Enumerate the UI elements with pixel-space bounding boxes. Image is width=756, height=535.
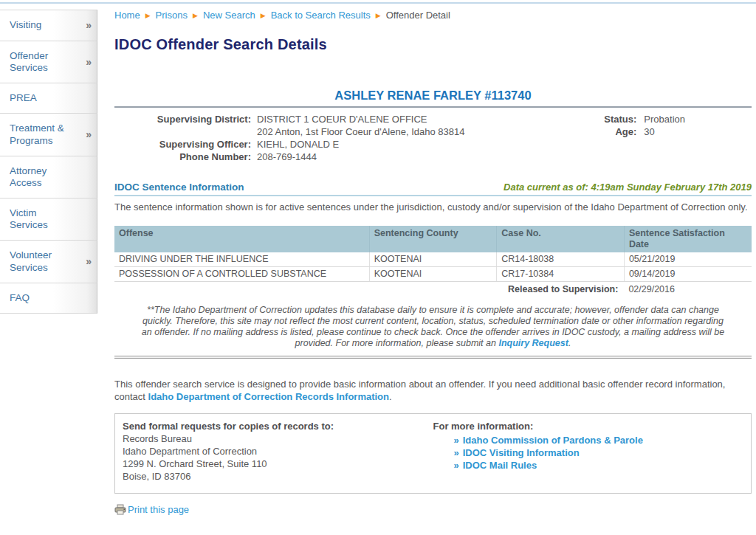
cell-offense: POSSESSION OF A CONTROLLED SUBSTANCE bbox=[114, 267, 369, 282]
detail-label: Supervising District: bbox=[114, 113, 251, 125]
column-header-case-no: Case No. bbox=[497, 226, 625, 252]
address-line: Records Bureau bbox=[123, 432, 433, 445]
formal-requests-box: Send formal requests for copies of recor… bbox=[114, 413, 752, 494]
printer-icon bbox=[114, 504, 126, 515]
print-this-page-link[interactable]: Print this page bbox=[128, 504, 189, 515]
inquiry-request-link[interactable]: Inquiry Request bbox=[498, 338, 568, 348]
cell-offense: DRIVING UNDER THE INFLUENCE bbox=[114, 252, 369, 267]
sidebar-item-offender-services[interactable]: Offender Services » bbox=[0, 41, 97, 83]
sidebar-item-volunteer-services[interactable]: Volunteer Services » bbox=[0, 240, 97, 282]
records-information-link[interactable]: Idaho Department of Correction Records I… bbox=[148, 391, 389, 402]
more-information-column: For more information: »Idaho Commission … bbox=[433, 420, 744, 483]
records-info-text: This offender search service is designed… bbox=[114, 378, 752, 403]
breadcrumb-link-home[interactable]: Home bbox=[114, 10, 140, 21]
sidebar-item-label: Victim Services bbox=[10, 207, 75, 231]
detail-label: Supervising Officer: bbox=[114, 138, 251, 151]
records-text-end: . bbox=[389, 391, 392, 402]
released-value: 02/29/2016 bbox=[624, 283, 752, 295]
age-row: Age: 30 bbox=[592, 125, 685, 138]
address-line: Boise, ID 83706 bbox=[123, 470, 433, 483]
breadcrumb-separator-icon: ▶ bbox=[371, 12, 386, 19]
breadcrumb-link-prisons[interactable]: Prisons bbox=[156, 10, 188, 21]
submenu-chevron-icon: » bbox=[83, 19, 92, 32]
link-bullet-icon: » bbox=[454, 447, 463, 458]
disclaimer-text-end: . bbox=[568, 338, 571, 348]
breadcrumb-link-new-search[interactable]: New Search bbox=[203, 10, 255, 21]
detail-row-supervising-officer: Supervising Officer: KIEHL, DONALD E bbox=[114, 138, 752, 151]
cell-date: 05/21/2019 bbox=[624, 252, 752, 267]
detail-label bbox=[114, 125, 251, 138]
released-label: Released to Supervision: bbox=[114, 283, 624, 295]
sidebar-nav: Visiting » Offender Services » PREA Trea… bbox=[0, 10, 97, 314]
released-to-supervision-row: Released to Supervision: 02/29/2016 bbox=[114, 283, 752, 295]
offender-name-header: ASHLEY RENAE FARLEY #113740 bbox=[114, 89, 752, 103]
sidebar-item-visiting[interactable]: Visiting » bbox=[0, 10, 97, 41]
detail-value: 208-769-1444 bbox=[251, 151, 317, 163]
table-row: DRIVING UNDER THE INFLUENCE KOOTENAI CR1… bbox=[114, 252, 752, 267]
breadcrumb-link-back-to-results[interactable]: Back to Search Results bbox=[271, 10, 371, 21]
breadcrumb-current: Offender Detail bbox=[386, 10, 450, 21]
column-header-county: Sentencing County bbox=[369, 226, 497, 252]
sidebar-item-label: Treatment & Programs bbox=[10, 122, 75, 146]
sentence-intro-text: The sentence information shown is for ac… bbox=[114, 201, 752, 213]
sentence-table: Offense Sentencing County Case No. Sente… bbox=[114, 226, 752, 282]
status-label: Status: bbox=[592, 113, 636, 125]
cell-date: 09/14/2019 bbox=[624, 267, 752, 282]
cell-county: KOOTENAI bbox=[369, 252, 497, 267]
disclaimer-text: **The Idaho Department of Correction upd… bbox=[142, 305, 724, 348]
status-age-block: Status: Probation Age: 30 bbox=[592, 113, 685, 138]
more-information-heading: For more information: bbox=[433, 420, 744, 432]
cell-case-no: CR14-18038 bbox=[497, 252, 625, 267]
link-bullet-icon: » bbox=[454, 435, 463, 446]
divider bbox=[114, 106, 752, 108]
sentence-section-title: IDOC Sentence Information bbox=[114, 182, 244, 193]
breadcrumb: Home▶Prisons▶New Search▶Back to Search R… bbox=[114, 6, 752, 21]
records-address-column: Send formal requests for copies of recor… bbox=[123, 420, 433, 483]
detail-value: DISTRICT 1 COEUR D'ALENE OFFICE bbox=[251, 113, 427, 125]
breadcrumb-separator-icon: ▶ bbox=[188, 12, 203, 19]
detail-row-phone-number: Phone Number: 208-769-1444 bbox=[114, 151, 752, 163]
sidebar-item-faq[interactable]: FAQ bbox=[0, 283, 97, 314]
sidebar-item-treatment-programs[interactable]: Treatment & Programs » bbox=[0, 113, 97, 155]
sidebar-item-attorney-access[interactable]: Attorney Access bbox=[0, 156, 97, 198]
offender-details: Supervising District: DISTRICT 1 COEUR D… bbox=[114, 113, 752, 163]
column-header-offense: Offense bbox=[114, 226, 369, 252]
sidebar-item-label: Volunteer Services bbox=[10, 249, 75, 273]
address-line: 1299 N. Orchard Street, Suite 110 bbox=[123, 458, 433, 470]
sidebar-item-label: PREA bbox=[10, 92, 37, 104]
sidebar-item-label: Offender Services bbox=[10, 50, 75, 74]
link-row: »IDOC Mail Rules bbox=[433, 459, 744, 472]
sentence-section-header: IDOC Sentence Information Data current a… bbox=[114, 182, 752, 196]
table-row: POSSESSION OF A CONTROLLED SUBSTANCE KOO… bbox=[114, 267, 752, 282]
records-address-heading: Send formal requests for copies of recor… bbox=[123, 420, 433, 432]
submenu-chevron-icon: » bbox=[83, 56, 92, 69]
sidebar-item-label: Visiting bbox=[10, 19, 41, 31]
cell-county: KOOTENAI bbox=[369, 267, 497, 282]
detail-value: 202 Anton, 1st Floor Coeur d'Alene, Idah… bbox=[251, 125, 464, 138]
visiting-information-link[interactable]: IDOC Visiting Information bbox=[463, 447, 580, 458]
detail-label: Phone Number: bbox=[114, 151, 251, 163]
section-divider bbox=[114, 356, 752, 359]
breadcrumb-separator-icon: ▶ bbox=[255, 12, 271, 19]
address-line: Idaho Department of Correction bbox=[123, 445, 433, 458]
sidebar-item-victim-services[interactable]: Victim Services bbox=[0, 198, 97, 240]
breadcrumb-separator-icon: ▶ bbox=[140, 12, 156, 19]
sidebar-item-prea[interactable]: PREA bbox=[0, 83, 97, 113]
data-current-timestamp: Data current as of: 4:19am Sunday Februa… bbox=[504, 182, 752, 193]
more-information-links: »Idaho Commission of Pardons & Parole »I… bbox=[433, 434, 744, 472]
pardons-parole-link[interactable]: Idaho Commission of Pardons & Parole bbox=[463, 435, 643, 446]
main-content: Home▶Prisons▶New Search▶Back to Search R… bbox=[114, 6, 752, 515]
cell-case-no: CR17-10384 bbox=[497, 267, 625, 282]
status-row: Status: Probation bbox=[592, 113, 685, 125]
submenu-chevron-icon: » bbox=[83, 255, 92, 268]
link-row: »Idaho Commission of Pardons & Parole bbox=[433, 434, 744, 446]
database-disclaimer: **The Idaho Department of Correction upd… bbox=[138, 305, 729, 349]
page-title: IDOC Offender Search Details bbox=[114, 36, 752, 53]
age-label: Age: bbox=[592, 125, 636, 138]
sidebar-item-label: FAQ bbox=[10, 292, 30, 304]
detail-value: KIEHL, DONALD E bbox=[251, 138, 339, 151]
link-bullet-icon: » bbox=[454, 460, 463, 471]
print-row: Print this page bbox=[114, 504, 752, 515]
submenu-chevron-icon: » bbox=[83, 128, 92, 141]
mail-rules-link[interactable]: IDOC Mail Rules bbox=[463, 460, 537, 471]
